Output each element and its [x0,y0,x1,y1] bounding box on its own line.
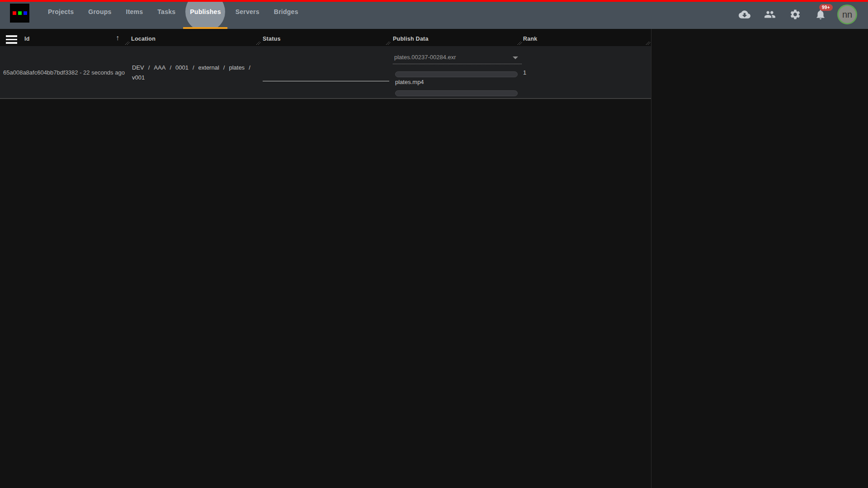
nav-tabs: Projects Groups Items Tasks Publishes Se… [41,2,306,22]
tab-tasks-label: Tasks [157,8,175,15]
logo-green-square [18,11,22,15]
notifications-button[interactable]: 99+ [815,9,826,20]
cloud-download-icon [739,9,750,20]
selected-file-label: plates.00237-00284.exr [394,54,456,61]
tab-tasks[interactable]: Tasks [150,2,183,22]
breadcrumb-separator: / [170,63,171,73]
publish-progress-bar-exr [395,71,518,77]
row-location-breadcrumb: DEV / AAA / 0001 / external / plates / v… [132,63,259,83]
tab-groups[interactable]: Groups [81,2,118,22]
tab-items[interactable]: Items [119,2,151,22]
main-nav-bar: Projects Groups Items Tasks Publishes Se… [0,2,868,29]
breadcrumb-item[interactable]: plates [229,63,245,73]
breadcrumb-separator: / [193,63,194,73]
column-resize-handle-publish-data[interactable] [517,40,523,45]
column-resize-handle-status[interactable] [386,40,391,45]
column-header-id[interactable]: Id [24,36,30,42]
publish-data-file-select[interactable]: plates.00237-00284.exr [393,52,522,64]
tab-groups-label: Groups [88,8,111,15]
second-file-label: plates.mp4 [395,79,424,85]
column-resize-handle-rank[interactable] [646,40,651,45]
breadcrumb-separator: / [148,63,150,73]
table-menu-button[interactable] [6,35,17,44]
logo-red-square [13,11,16,15]
breadcrumb-item[interactable]: 0001 [175,63,189,73]
table-right-border [651,29,651,488]
tab-publishes-label: Publishes [190,8,221,15]
column-header-location[interactable]: Location [131,36,156,42]
app-logo[interactable] [10,4,29,23]
user-avatar[interactable]: nn [837,5,857,24]
notification-count-badge: 99+ [819,4,833,11]
hamburger-icon [6,35,17,37]
resize-grip-icon [256,40,261,45]
resize-grip-icon [386,40,391,45]
tab-items-label: Items [126,8,143,15]
tab-servers-label: Servers [236,8,259,15]
users-button[interactable] [764,9,776,20]
tab-bridges[interactable]: Bridges [267,2,306,22]
column-header-rank[interactable]: Rank [523,36,538,42]
avatar-initials: nn [842,9,852,20]
tab-projects[interactable]: Projects [41,2,81,22]
nav-actions: 99+ nn [739,2,857,27]
column-resize-handle-location[interactable] [256,40,261,45]
column-resize-handle-id[interactable] [125,40,130,45]
column-header-publish-data[interactable]: Publish Data [393,36,429,42]
cloud-download-button[interactable] [739,9,750,20]
tab-bridges-label: Bridges [274,8,298,15]
tab-projects-label: Projects [48,8,74,15]
tab-servers[interactable]: Servers [228,2,267,22]
people-icon [764,9,776,20]
table-header: Id ↑ Location Status Publish Data Rank [0,29,651,46]
publish-progress-bar-mp4 [395,90,518,96]
tab-publishes[interactable]: Publishes [183,2,228,22]
active-tab-underline [183,27,227,29]
table-row[interactable]: 65a008a8afc604bb7bdf3382 - 22 seconds ag… [0,46,651,99]
dropdown-arrow-icon [513,56,518,59]
breadcrumb-separator: / [249,63,250,73]
breadcrumb-separator: / [223,63,225,73]
column-header-status[interactable]: Status [263,36,281,42]
logo-blue-square [24,11,27,15]
breadcrumb-item[interactable]: AAA [154,63,165,73]
breadcrumb-item[interactable]: v001 [132,73,145,83]
resize-grip-icon [646,40,651,45]
resize-grip-icon [125,40,130,45]
sort-ascending-icon[interactable]: ↑ [116,34,119,42]
settings-gear-icon [789,9,801,20]
breadcrumb-item[interactable]: DEV [132,63,144,73]
row-id-cell: 65a008a8afc604bb7bdf3382 - 22 seconds ag… [3,69,125,76]
resize-grip-icon [517,40,523,45]
status-input-underline[interactable] [263,81,389,81]
active-tab-highlight-circle [185,2,225,29]
main-content: Id ↑ Location Status Publish Data Rank 6… [0,29,868,488]
breadcrumb-item[interactable]: external [198,63,219,73]
settings-button[interactable] [789,9,801,20]
row-rank-cell: 1 [523,69,526,76]
